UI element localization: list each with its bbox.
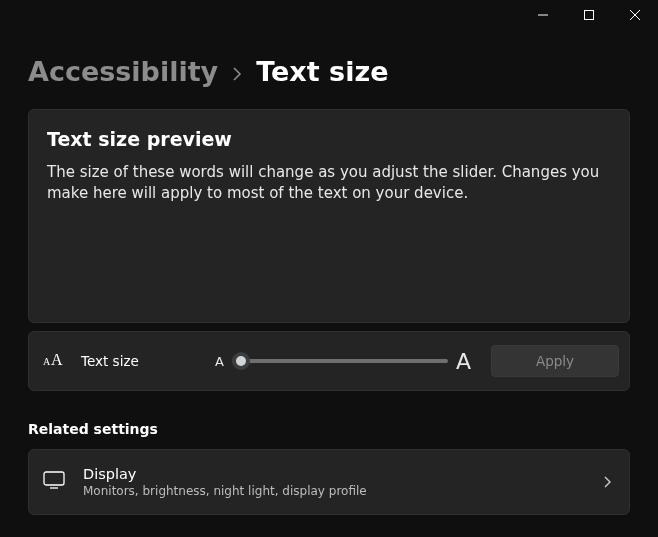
breadcrumb: Accessibility Text size: [28, 56, 630, 87]
monitor-icon: [43, 471, 65, 493]
related-settings-heading: Related settings: [28, 421, 630, 437]
apply-button[interactable]: Apply: [491, 345, 619, 377]
display-settings-link[interactable]: Display Monitors, brightness, night ligh…: [28, 449, 630, 515]
chevron-right-icon: [232, 62, 242, 86]
slider-max-glyph: A: [456, 349, 471, 374]
display-link-title: Display: [83, 466, 367, 482]
chevron-right-icon: [603, 473, 611, 492]
preview-body: The size of these words will change as y…: [47, 162, 611, 204]
maximize-button[interactable]: [566, 0, 612, 30]
text-size-slider[interactable]: [232, 359, 448, 363]
maximize-icon: [584, 10, 594, 20]
close-icon: [630, 10, 640, 20]
breadcrumb-parent[interactable]: Accessibility: [28, 56, 218, 87]
titlebar: [0, 0, 658, 32]
display-link-subtitle: Monitors, brightness, night light, displ…: [83, 484, 367, 498]
slider-min-glyph: A: [215, 354, 224, 369]
slider-label: Text size: [81, 353, 139, 369]
text-size-preview-card: Text size preview The size of these word…: [28, 109, 630, 323]
svg-rect-0: [585, 11, 594, 20]
minimize-button[interactable]: [520, 0, 566, 30]
minimize-icon: [538, 10, 548, 20]
svg-text:A: A: [51, 351, 63, 368]
text-size-icon: A A: [43, 349, 67, 373]
svg-text:A: A: [43, 356, 51, 367]
page-title: Text size: [256, 56, 388, 87]
preview-title: Text size preview: [47, 128, 611, 150]
svg-rect-3: [44, 472, 64, 485]
slider-thumb[interactable]: [232, 352, 250, 370]
close-button[interactable]: [612, 0, 658, 30]
text-size-slider-card: A A Text size A A Apply: [28, 331, 630, 391]
